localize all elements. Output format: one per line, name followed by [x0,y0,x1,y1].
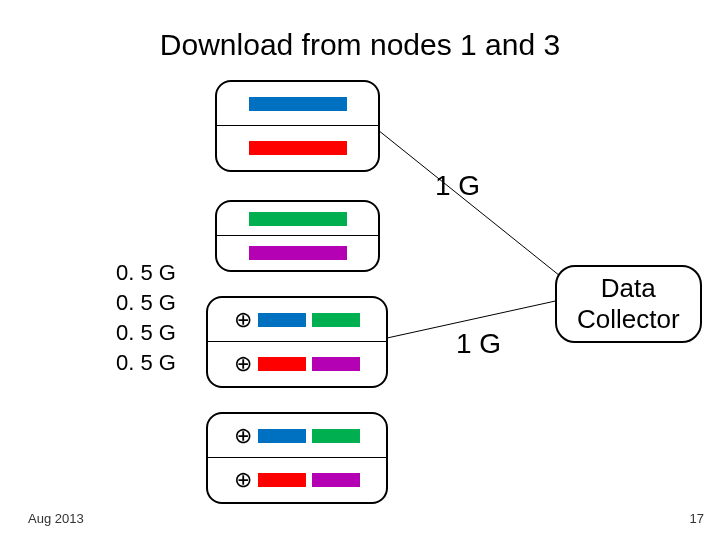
bar-magenta [312,357,360,371]
legend-label: 0. 5 G [116,290,176,316]
legend: 0. 5 G 0. 5 G 0. 5 G 0. 5 G [24,260,176,376]
bar-green [312,313,360,327]
legend-label: 0. 5 G [116,260,176,286]
node-4-box: ⊕ ⊕ [206,412,388,504]
bar-blue [258,313,306,327]
bar-red [258,473,306,487]
bar-red [258,357,306,371]
node-1-row-1 [217,82,378,126]
bar-magenta [249,246,347,260]
legend-row: 0. 5 G [24,290,176,316]
bar-red [249,141,347,155]
plus-icon: ⊕ [234,469,252,491]
footer-page-number: 17 [690,511,704,526]
plus-icon: ⊕ [234,425,252,447]
legend-bar-red [24,296,110,310]
legend-label: 0. 5 G [116,320,176,346]
node-2-row-1 [217,202,378,236]
bar-blue [249,97,347,111]
node-3-row-2: ⊕ [208,342,386,386]
rate-label-top: 1 G [435,170,480,202]
node-2-box [215,200,380,272]
node-3-box: ⊕ ⊕ [206,296,388,388]
rate-label-mid: 1 G [456,328,501,360]
node-1-box [215,80,380,172]
legend-bar-green [24,326,110,340]
node-2-row-2 [217,236,378,270]
bar-green [249,212,347,226]
node-3-row-1: ⊕ [208,298,386,342]
legend-row: 0. 5 G [24,350,176,376]
plus-icon: ⊕ [234,353,252,375]
legend-bar-magenta [24,356,110,370]
bar-blue [258,429,306,443]
node-1-row-2 [217,126,378,170]
legend-row: 0. 5 G [24,260,176,286]
legend-label: 0. 5 G [116,350,176,376]
legend-row: 0. 5 G [24,320,176,346]
node-4-row-2: ⊕ [208,458,386,502]
slide-title: Download from nodes 1 and 3 [0,28,720,62]
footer-date: Aug 2013 [28,511,84,526]
data-collector-box: Data Collector [555,265,702,343]
node-4-row-1: ⊕ [208,414,386,458]
plus-icon: ⊕ [234,309,252,331]
legend-bar-blue [24,266,110,280]
bar-green [312,429,360,443]
bar-magenta [312,473,360,487]
